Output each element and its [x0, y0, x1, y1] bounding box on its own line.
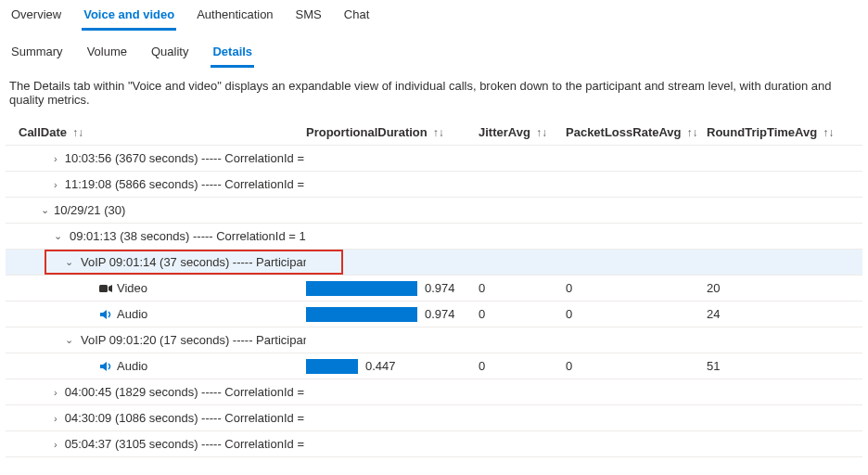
proportional-bar [306, 359, 358, 374]
subtab-volume[interactable]: Volume [85, 39, 129, 68]
row-label: 04:00:45 (1829 seconds) ----- Correlatio… [65, 385, 306, 399]
chevron-down-icon[interactable]: ⌄ [54, 230, 62, 242]
proportional-value: 0.974 [425, 307, 455, 321]
proportional-value: 0.447 [365, 359, 396, 373]
packet-loss-value: 0 [566, 281, 707, 295]
rtt-value: 51 [707, 359, 846, 373]
audio-icon [98, 307, 113, 322]
row-label: Video [117, 281, 147, 295]
row-label: VoIP 09:01:14 (37 seconds) ----- Partici… [81, 255, 306, 269]
header-round-trip-time-avg[interactable]: RoundTripTimeAvg [707, 125, 817, 139]
tab-sms[interactable]: SMS [294, 2, 324, 31]
sort-icon[interactable]: ↑↓ [687, 126, 698, 139]
proportional-bar [306, 307, 417, 322]
row-label: 10/29/21 (30) [54, 203, 125, 217]
date-group-row[interactable]: ⌄ 10/29/21 (30) [6, 198, 862, 224]
stream-row[interactable]: Video 0.974 0 0 20 [6, 276, 862, 302]
sort-icon[interactable]: ↑↓ [823, 126, 834, 139]
subtab-summary[interactable]: Summary [9, 39, 65, 68]
tab-overview[interactable]: Overview [9, 2, 63, 31]
header-calldate[interactable]: CallDate [19, 125, 67, 139]
sort-icon[interactable]: ↑↓ [433, 126, 444, 139]
row-label: Audio [117, 359, 147, 373]
rtt-value: 24 [707, 307, 846, 321]
header-packet-loss-rate-avg[interactable]: PacketLossRateAvg [566, 125, 682, 139]
jitter-value: 0 [479, 281, 566, 295]
call-row[interactable]: › 04:00:45 (1829 seconds) ----- Correlat… [6, 379, 862, 405]
audio-icon [98, 359, 113, 374]
row-label: 09:01:13 (38 seconds) ----- CorrelationI… [70, 229, 306, 243]
chevron-right-icon[interactable]: › [54, 153, 57, 164]
sort-icon[interactable]: ↑↓ [72, 126, 83, 139]
proportional-bar [306, 281, 417, 296]
subtab-details[interactable]: Details [211, 39, 254, 68]
video-icon [98, 281, 113, 296]
tab-authentication[interactable]: Authentication [195, 2, 274, 31]
row-label: 04:30:09 (1086 seconds) ----- Correlatio… [65, 411, 306, 425]
packet-loss-value: 0 [566, 307, 707, 321]
row-label: Audio [117, 307, 147, 321]
jitter-value: 0 [479, 359, 566, 373]
chevron-down-icon[interactable]: ⌄ [39, 204, 50, 216]
call-row[interactable]: › 11:19:08 (5866 seconds) ----- Correlat… [6, 172, 862, 198]
stream-row[interactable]: Audio 0.447 0 0 51 [6, 353, 862, 379]
participant-row-highlight[interactable]: ⌄ VoIP 09:01:14 (37 seconds) ----- Parti… [6, 250, 862, 276]
proportional-value: 0.974 [425, 281, 455, 295]
chevron-right-icon[interactable]: › [54, 439, 57, 450]
subtab-quality[interactable]: Quality [149, 39, 190, 68]
jitter-value: 0 [479, 307, 566, 321]
calls-table: CallDate ↑↓ ProportionalDuration ↑↓ Jitt… [0, 120, 868, 457]
row-label: 05:04:37 (3105 seconds) ----- Correlatio… [65, 437, 306, 451]
row-label: 11:19:08 (5866 seconds) ----- Correlatio… [65, 177, 306, 191]
call-row[interactable]: › 10:03:56 (3670 seconds) ----- Correlat… [6, 146, 862, 172]
chevron-down-icon[interactable]: ⌄ [65, 256, 73, 268]
stream-row[interactable]: Audio 0.974 0 0 24 [6, 302, 862, 327]
row-label: VoIP 09:01:20 (17 seconds) ----- Partici… [81, 333, 306, 347]
chevron-right-icon[interactable]: › [54, 387, 57, 398]
chevron-right-icon[interactable]: › [54, 179, 57, 190]
header-proportional-duration[interactable]: ProportionalDuration [306, 125, 428, 139]
sub-tabs: Summary Volume Quality Details [0, 32, 868, 68]
call-row[interactable]: › 05:04:37 (3105 seconds) ----- Correlat… [6, 431, 862, 457]
packet-loss-value: 0 [566, 359, 707, 373]
chevron-right-icon[interactable]: › [54, 413, 57, 424]
rtt-value: 20 [707, 281, 846, 295]
participant-row[interactable]: ⌄ VoIP 09:01:20 (17 seconds) ----- Parti… [6, 327, 862, 353]
header-jitter-avg[interactable]: JitterAvg [479, 125, 530, 139]
table-header: CallDate ↑↓ ProportionalDuration ↑↓ Jitt… [6, 120, 862, 146]
sort-icon[interactable]: ↑↓ [536, 126, 547, 139]
tab-description: The Details tab within "Voice and video"… [0, 68, 868, 120]
top-tabs: Overview Voice and video Authentication … [0, 0, 868, 32]
call-row[interactable]: › 04:30:09 (1086 seconds) ----- Correlat… [6, 405, 862, 431]
chevron-down-icon[interactable]: ⌄ [65, 334, 73, 346]
tab-chat[interactable]: Chat [342, 2, 371, 31]
call-row[interactable]: ⌄ 09:01:13 (38 seconds) ----- Correlatio… [6, 224, 862, 250]
row-label: 10:03:56 (3670 seconds) ----- Correlatio… [65, 151, 306, 165]
tab-voice-video[interactable]: Voice and video [82, 2, 176, 31]
